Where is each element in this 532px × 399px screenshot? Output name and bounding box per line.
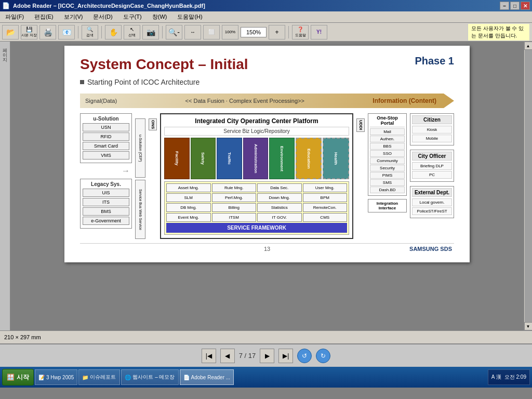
ons-label: ONS	[149, 118, 157, 130]
itsm-btn[interactable]: ITSM	[212, 213, 257, 222]
window-controls[interactable]: – □ ✕	[500, 2, 530, 10]
status-bar: 210 × 297 mm	[0, 330, 532, 343]
open-btn[interactable]: 📂	[2, 25, 19, 39]
diagram-container: u-Solution USN RFID Smart Card VMS → Leg…	[80, 113, 454, 239]
email-btn[interactable]: 📧	[58, 25, 75, 39]
uis-btn[interactable]: UIS	[83, 189, 129, 197]
statistics-btn[interactable]: Statistics	[257, 203, 302, 212]
city-officer-box: City Officer Briefing DLP PC	[410, 150, 454, 182]
community-item: Community	[370, 157, 405, 164]
citizen-box: Citizen Kiosk Mobile	[410, 113, 454, 145]
arrow-right: Information (Content)	[373, 97, 436, 104]
window-title: Adobe Reader – [ICOC_ArchitectureDesignC…	[13, 3, 205, 9]
bbs-item: BBS	[370, 143, 405, 150]
scroll-down-btn[interactable]: ▼	[524, 322, 533, 330]
arrow-right-indicator: →	[80, 166, 130, 176]
content-area: Phase 1 System Concept – Initial Startin…	[10, 42, 524, 330]
user-mng-btn[interactable]: User Mng.	[303, 183, 348, 192]
data-sec-btn[interactable]: Data Sec.	[257, 183, 302, 192]
security-item: Security	[370, 165, 405, 171]
zoom-out-btn[interactable]: 🔍-	[166, 25, 182, 39]
start-button[interactable]: 🪟 시작	[2, 369, 34, 385]
taskbar-hwp[interactable]: 📝 3 Hwp 2005	[35, 369, 77, 385]
menu-window[interactable]: 창(W)	[149, 12, 170, 22]
arrow-bg: Signal(Data) << Data Fusion · Complex Ev…	[80, 94, 454, 108]
sso-item: SSO	[370, 150, 405, 157]
legacy-box: Legacy Sys. UIS ITS BMS e-Government	[80, 179, 132, 229]
taskbar-web[interactable]: 🌐 웹사이트 – 메모장	[121, 369, 178, 385]
menu-document[interactable]: 문서(D)	[90, 12, 115, 22]
scroll-up-btn[interactable]: ▲	[524, 42, 533, 50]
platform-title: Integrated City Operating Center Platfor…	[164, 117, 349, 125]
ons-col: ONS	[149, 118, 157, 130]
down-mng-btn[interactable]: Down Mng.	[257, 193, 302, 202]
zoom-input[interactable]: 150%	[241, 27, 267, 37]
left-panel: 페이지	[0, 42, 10, 330]
asset-mng-btn[interactable]: Asset Mng.	[166, 183, 211, 192]
education-bar: Education	[296, 138, 322, 179]
bpm-btn[interactable]: BPM	[303, 193, 348, 202]
yahoo-btn[interactable]: Y!	[311, 25, 327, 39]
it-gov-btn[interactable]: IT GOV.	[257, 213, 302, 222]
last-page-btn[interactable]: ▶|	[278, 349, 293, 363]
external-dept-box: External Dept. Local govern. PoliceST/Fi…	[410, 186, 454, 218]
next-page-btn[interactable]: ▶	[260, 349, 274, 363]
fit-width-btn[interactable]: ↔	[184, 25, 201, 39]
its-btn[interactable]: ITS	[83, 198, 129, 206]
vertical-bars-section: Facility Safety Traffic Administration E…	[164, 138, 349, 179]
toolbar-sep3	[162, 26, 163, 38]
minimize-btn[interactable]: –	[500, 2, 509, 10]
vms-btn[interactable]: VMS	[83, 151, 129, 159]
first-page-btn[interactable]: |◀	[202, 349, 216, 363]
taskbar-reader[interactable]: 📄 Adobe Reader ...	[180, 369, 234, 385]
egovt-btn[interactable]: e-Government	[83, 217, 129, 225]
menu-file[interactable]: 파일(F)	[2, 12, 27, 22]
cms-btn[interactable]: CMS	[303, 213, 348, 222]
db-mng-btn[interactable]: DB Mng.	[166, 203, 211, 212]
actual-size-btn[interactable]: 100%	[222, 25, 238, 39]
fit-page-btn[interactable]: ⬜	[203, 25, 220, 39]
remotecon-btn[interactable]: RemoteCon.	[303, 203, 348, 212]
bms-btn[interactable]: BMS	[83, 207, 129, 216]
smartcard-btn[interactable]: Smart Card	[83, 142, 129, 150]
taskbar-issue[interactable]: 📁 이슈레포트	[78, 369, 120, 385]
billing-btn[interactable]: Billing	[212, 203, 257, 212]
nav-refresh-btn[interactable]: ↺	[297, 349, 312, 363]
hand-tool-btn[interactable]: ✋	[105, 25, 122, 39]
menu-tools[interactable]: 도구(T)	[120, 12, 145, 22]
slm-btn[interactable]: SLM	[166, 193, 211, 202]
select-btn[interactable]: ↖ 선택	[124, 25, 140, 39]
u-solution-box: u-Solution USN RFID Smart Card VMS	[80, 113, 132, 163]
menu-view[interactable]: 보기(V)	[61, 12, 86, 22]
arrow-mid: << Data Fusion · Complex Event Processin…	[185, 98, 304, 104]
close-btn[interactable]: ✕	[521, 2, 530, 10]
help-btn[interactable]: ❓ 도움말	[292, 25, 309, 39]
rfid-btn[interactable]: RFID	[83, 132, 129, 141]
toolbar-sep1	[78, 26, 78, 38]
save-btn[interactable]: 💾 사본 저장	[21, 25, 37, 39]
page-footer: 13 SAMSUNG SDS	[80, 243, 454, 252]
service-biz-label: Service Biz Logic/Repository	[164, 127, 349, 136]
rule-mng-btn[interactable]: Rule Mng.	[212, 183, 257, 192]
menu-help[interactable]: 도움말(H)	[174, 12, 205, 22]
arrow-left: Signal(Data)	[85, 98, 117, 104]
traffic-bar: Traffic	[217, 138, 242, 179]
search-btn[interactable]: 🔍 검색	[82, 25, 98, 39]
perf-mng-btn[interactable]: Perf.Mng.	[212, 193, 257, 202]
restore-btn[interactable]: □	[510, 2, 520, 10]
safety-bar: Safety	[191, 138, 216, 179]
u-solution-cep-label: u-Solution (CEP)	[135, 118, 145, 178]
snapshot-btn[interactable]: 📷	[142, 25, 159, 39]
menu-edit[interactable]: 편집(E)	[31, 12, 57, 22]
scroll-track[interactable]	[525, 50, 532, 322]
event-mng-btn[interactable]: Event Mng.	[166, 213, 211, 222]
prev-page-btn[interactable]: ◀	[220, 349, 235, 363]
print-btn[interactable]: 🖨️	[39, 25, 56, 39]
usn-btn[interactable]: USN	[83, 123, 129, 131]
service-fw-label: SERVICE FRAMEWORK	[166, 223, 347, 233]
nav-forward-btn[interactable]: ↻	[316, 349, 330, 363]
page-num: 13	[264, 246, 270, 252]
mail-item: Mail	[370, 128, 405, 135]
nav-bar: |◀ ◀ 7 / 17 ▶ ▶| ↺ ↻	[0, 343, 532, 367]
zoom-in-btn[interactable]: +	[269, 25, 285, 39]
